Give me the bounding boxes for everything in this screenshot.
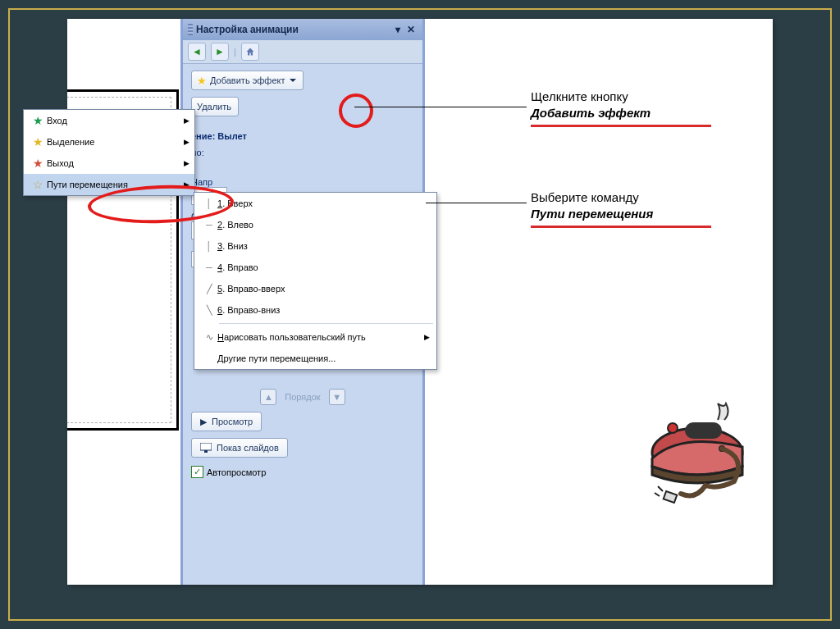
reorder-up-icon[interactable]: ▲: [260, 389, 276, 405]
leader-line-1: [354, 107, 527, 107]
preview-button[interactable]: ▶ Просмотр: [191, 412, 262, 431]
pane-close-icon[interactable]: ✕: [404, 24, 418, 35]
svg-rect-6: [664, 491, 678, 503]
add-effect-label: Добавить эффект: [210, 75, 285, 85]
star-icon: ★: [29, 135, 47, 148]
submenu-draw-custom[interactable]: ∿ ННарисовать пользовательский путьарисо…: [194, 326, 436, 348]
chevron-right-icon: ▶: [184, 138, 189, 146]
reorder-down-icon[interactable]: ▼: [329, 389, 345, 405]
path-left-icon: ─: [201, 220, 217, 230]
menu-item-entrance[interactable]: ★ Вход ▶: [24, 110, 194, 131]
star-icon: ★: [29, 157, 47, 170]
monitor-icon: [200, 443, 212, 453]
submenu-down[interactable]: │ 3. Вниз: [194, 235, 436, 257]
start-label: ло:: [191, 148, 414, 157]
add-effect-button[interactable]: ★ Добавить эффект: [191, 71, 304, 90]
chevron-right-icon: ▶: [184, 116, 189, 125]
pane-nav-toolbar: ◄ ► |: [183, 40, 422, 64]
callout-1: Щелкните кнопку Добавить эффект: [531, 89, 711, 127]
submenu-up-right[interactable]: ╱ 5. Вправо-вверх: [194, 278, 436, 299]
effect-category-menu: ★ Вход ▶ ★ Выделение ▶ ★ Выход ▶ ☆ Пути …: [23, 109, 195, 196]
submenu-left[interactable]: ─ 2. Влево: [194, 214, 436, 235]
path-downright-icon: ╲: [201, 305, 217, 316]
pane-title: Настройка анимации: [196, 24, 299, 35]
path-upright-icon: ╱: [201, 284, 217, 294]
autopreview-label: Автопросмотр: [207, 467, 266, 477]
svg-rect-0: [200, 443, 212, 450]
slide-stage: ▲ ⇑ ⇓ ▼ ⇡ ⇣ Настройка анимации ▾ ✕ ◄ ► |…: [67, 19, 773, 585]
svg-line-8: [655, 493, 660, 496]
path-down-icon: │: [201, 241, 217, 251]
svg-rect-1: [204, 450, 208, 453]
pane-header: Настройка анимации ▾ ✕: [183, 19, 422, 40]
slideshow-button[interactable]: Показ слайдов: [191, 438, 288, 458]
autopreview-checkbox[interactable]: ✓: [191, 466, 203, 478]
path-right-icon: ─: [201, 262, 217, 272]
play-icon: ▶: [200, 417, 207, 427]
submenu-more-paths[interactable]: Другие пути перемещения...: [194, 348, 436, 369]
remove-button[interactable]: Удалить: [191, 97, 239, 116]
reorder-label: Порядок: [285, 392, 320, 402]
svg-point-4: [668, 423, 678, 433]
iron-clipart: [640, 391, 763, 514]
nav-home-icon[interactable]: [241, 43, 259, 61]
menu-item-exit[interactable]: ★ Выход ▶: [24, 153, 194, 174]
leader-line-2: [426, 203, 527, 203]
pane-menu-caret-icon[interactable]: ▾: [391, 24, 404, 35]
nav-forward-icon[interactable]: ►: [211, 43, 229, 61]
grip-icon[interactable]: [188, 24, 193, 35]
menu-item-emphasis[interactable]: ★ Выделение ▶: [24, 131, 194, 153]
motion-paths-submenu: │ 1. Вверх ─ 2. Влево │ 3. Вниз ─ 4. Впр…: [194, 192, 437, 370]
star-outline-icon: ☆: [29, 178, 47, 191]
chevron-right-icon: ▶: [184, 159, 189, 167]
svg-rect-3: [685, 422, 722, 439]
submenu-right[interactable]: ─ 4. Вправо: [194, 257, 436, 278]
callout-2: Выберите команду Пути перемещения: [531, 189, 711, 228]
svg-line-7: [658, 486, 663, 491]
star-icon: ★: [197, 75, 207, 87]
direction-label: Напр: [191, 177, 414, 187]
nav-back-icon[interactable]: ◄: [188, 43, 206, 61]
effect-change-label: ение: Вылет: [191, 131, 414, 141]
slide-thumbnail-panel: [67, 19, 180, 585]
submenu-down-right[interactable]: ╲ 6. Вправо-вниз: [194, 299, 436, 321]
star-icon: ★: [29, 114, 47, 127]
chevron-right-icon: ▶: [424, 333, 430, 341]
annotation-circle-1: [339, 93, 373, 128]
freeform-icon: ∿: [201, 332, 217, 343]
